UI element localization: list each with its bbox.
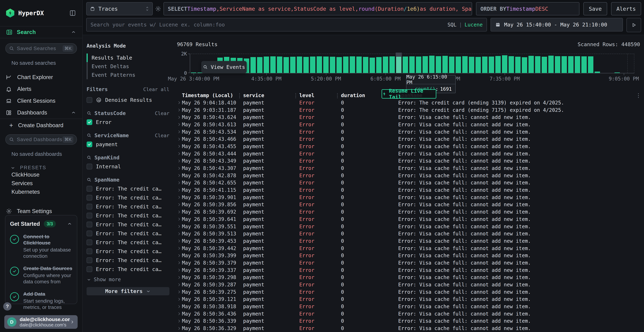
orderby-editor[interactable]: ORDER BY Timestamp DESC — [476, 2, 580, 16]
chevron-up-icon[interactable] — [71, 110, 76, 116]
histogram-bar[interactable] — [310, 56, 316, 73]
table-row[interactable]: May 26 8:50:39.692 PMpaymentError0Error:… — [177, 208, 640, 216]
row-expand-icon[interactable] — [177, 181, 182, 185]
row-expand-icon[interactable] — [177, 188, 182, 192]
checkbox-checked[interactable] — [86, 142, 92, 147]
column-header-timestamp-local-[interactable]: Timestamp (Local) — [182, 92, 239, 98]
histogram-bar[interactable] — [376, 57, 382, 73]
histogram-bar[interactable] — [297, 56, 302, 73]
get-started-item[interactable]: Add DataStart sending logs, metrics, or … — [10, 291, 72, 310]
row-expand-icon[interactable] — [177, 275, 182, 280]
histogram-bar[interactable] — [548, 56, 554, 73]
histogram-bar[interactable] — [270, 56, 276, 73]
row-expand-icon[interactable] — [177, 144, 182, 148]
histogram-bar[interactable] — [422, 56, 428, 73]
facet-option[interactable]: payment — [86, 141, 170, 148]
row-expand-icon[interactable] — [177, 137, 182, 141]
row-expand-icon[interactable] — [177, 115, 182, 120]
mode-sql-toggle[interactable]: SQL — [448, 22, 456, 28]
table-row[interactable]: May 26 8:50:39.551 PMpaymentError0Error:… — [177, 223, 640, 230]
checkbox-unchecked[interactable] — [86, 248, 92, 254]
histogram-bar[interactable] — [370, 58, 375, 73]
histogram-bar[interactable] — [495, 56, 501, 73]
checkbox-unchecked[interactable] — [86, 97, 92, 103]
row-expand-icon[interactable] — [177, 239, 182, 243]
facet-option[interactable]: Error: The credit card … — [86, 212, 170, 218]
histogram-bar[interactable] — [462, 56, 468, 73]
facet-option[interactable]: Error: The credit card … — [86, 257, 170, 263]
table-row[interactable]: May 26 9:03:31.187 PMpaymentError0Error:… — [177, 106, 640, 114]
get-started-item[interactable]: Create Data SourcesConfigure where your … — [10, 265, 72, 285]
preset-item-kubernetes[interactable]: Kubernetes — [0, 188, 82, 196]
table-row[interactable]: May 26 8:50:41.115 PMpaymentError0Error:… — [177, 186, 640, 194]
histogram-bar[interactable] — [522, 57, 527, 73]
row-expand-icon[interactable] — [177, 159, 182, 163]
presets-toggle[interactable]: PRESETS — [0, 165, 82, 170]
row-expand-icon[interactable] — [177, 217, 182, 221]
facet-option[interactable]: Internal — [86, 164, 170, 170]
histogram-bar[interactable] — [264, 56, 269, 73]
table-row[interactable]: May 26 9:04:18.410 PMpaymentError0Error:… — [177, 99, 640, 106]
row-expand-icon[interactable] — [177, 122, 182, 127]
table-row[interactable]: May 26 8:50:36.339 PMpaymentError0Error:… — [177, 318, 640, 325]
sidebar-collapse-icon[interactable] — [69, 10, 76, 17]
checkbox-unchecked[interactable] — [86, 213, 92, 218]
row-expand-icon[interactable] — [177, 246, 182, 250]
row-expand-icon[interactable] — [177, 202, 182, 207]
saved-searches-input[interactable]: Saved Searches ⌘K — [5, 43, 77, 54]
table-row[interactable]: May 26 8:50:39.901 PMpaymentError0Error:… — [177, 194, 640, 201]
table-row[interactable]: May 26 8:50:39.399 PMpaymentError0Error:… — [177, 252, 640, 259]
row-expand-icon[interactable] — [177, 166, 182, 170]
row-expand-icon[interactable] — [177, 232, 182, 236]
histogram-bar[interactable] — [476, 57, 481, 73]
facet-option[interactable]: Error: The credit card … — [86, 230, 170, 236]
alerts-button[interactable]: Alerts — [611, 2, 641, 16]
histogram-bar[interactable] — [555, 56, 560, 73]
table-row[interactable]: May 26 8:50:43.624 PMpaymentError0Error:… — [177, 114, 640, 121]
histogram-bar[interactable] — [482, 56, 488, 73]
row-expand-icon[interactable] — [177, 319, 182, 323]
histogram-bar[interactable] — [456, 56, 461, 73]
row-expand-icon[interactable] — [177, 326, 182, 330]
table-row[interactable]: May 26 8:50:39.453 PMpaymentError0Error:… — [177, 237, 640, 245]
row-expand-icon[interactable] — [177, 108, 182, 112]
histogram-bar[interactable] — [356, 56, 362, 73]
denoise-results-checkbox-row[interactable]: Denoise Results — [86, 97, 170, 103]
table-row[interactable]: May 26 8:50:39.641 PMpaymentError0Error:… — [177, 216, 640, 223]
view-events-button[interactable]: View Events — [201, 61, 247, 73]
row-expand-icon[interactable] — [177, 254, 182, 258]
row-expand-icon[interactable] — [177, 224, 182, 228]
analysis-mode-event-deltas[interactable]: Event Deltas — [86, 62, 170, 71]
histogram-bar[interactable] — [588, 56, 593, 73]
chevron-up-icon[interactable] — [67, 221, 72, 227]
row-expand-icon[interactable] — [177, 130, 182, 134]
row-expand-icon[interactable] — [177, 152, 182, 156]
histogram-bar[interactable] — [336, 57, 342, 73]
row-expand-icon[interactable] — [177, 297, 182, 302]
histogram-bar[interactable] — [489, 56, 494, 73]
column-header-service[interactable]: service — [239, 92, 295, 98]
facet-option[interactable]: Error: The credit card … — [86, 239, 170, 246]
checkbox-unchecked[interactable] — [86, 230, 92, 236]
table-row[interactable]: May 26 8:50:43.455 PMpaymentError0Error:… — [177, 143, 640, 150]
histogram-bar[interactable] — [383, 56, 388, 73]
facet-option[interactable]: Error: The credit card … — [86, 194, 170, 201]
checkbox-unchecked[interactable] — [86, 258, 92, 263]
facet-clear-link[interactable]: Clear — [155, 133, 170, 138]
facet-option[interactable]: Error: The credit card … — [86, 204, 170, 210]
row-expand-icon[interactable] — [177, 290, 182, 294]
histogram-bar[interactable] — [330, 57, 335, 73]
mode-lucene-toggle[interactable]: Lucene — [464, 22, 483, 28]
histogram-bar[interactable] — [284, 57, 289, 73]
chevron-up-icon[interactable] — [71, 30, 76, 35]
histogram-bar[interactable] — [250, 57, 256, 73]
table-row[interactable]: May 26 8:50:39.121 PMpaymentError0Error:… — [177, 296, 640, 303]
clear-all-link[interactable]: Clear all — [143, 86, 170, 92]
column-header-level[interactable]: level — [295, 92, 337, 98]
histogram-bar[interactable] — [396, 57, 402, 73]
table-row[interactable]: May 26 8:50:36.436 PMpaymentError0Error:… — [177, 310, 640, 318]
checkbox-unchecked[interactable] — [86, 186, 92, 192]
histogram-bar[interactable] — [508, 56, 514, 73]
facet-option[interactable]: Error: The credit card … — [86, 266, 170, 272]
histogram-bar[interactable] — [542, 57, 547, 73]
